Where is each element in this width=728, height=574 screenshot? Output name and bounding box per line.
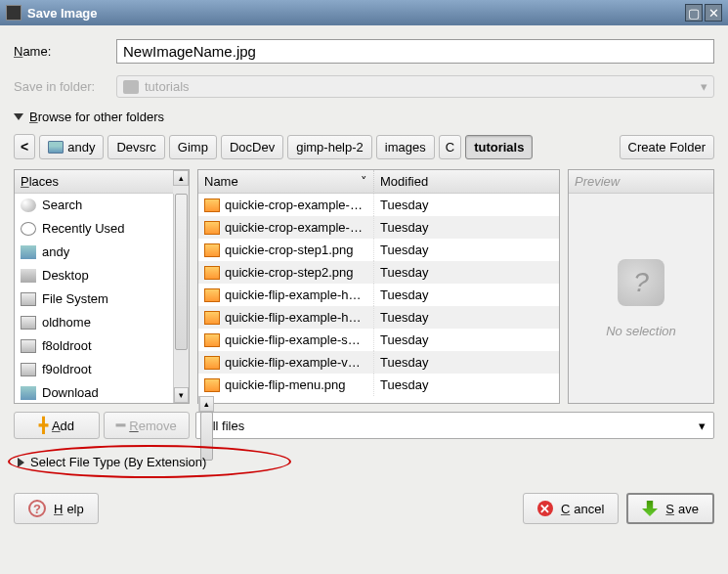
places-item[interactable]: Desktop — [15, 264, 173, 287]
name-label: Name: — [14, 44, 116, 59]
place-icon — [21, 386, 36, 400]
places-item[interactable]: f8oldroot — [15, 334, 173, 358]
app-icon — [6, 5, 21, 21]
places-item[interactable]: oldhome — [15, 311, 173, 334]
preview-panel: Preview ? No selection — [568, 169, 714, 404]
file-row[interactable]: quickie-flip-example-h…Tuesday — [198, 306, 559, 329]
places-scrollbar-track[interactable]: ▾ — [173, 194, 189, 403]
file-row[interactable]: quickie-crop-example-…Tuesday — [198, 216, 559, 239]
file-filter-dropdown[interactable]: All files ▾ — [195, 412, 714, 439]
place-icon — [21, 292, 36, 306]
path-back-button[interactable]: < — [14, 134, 35, 159]
create-folder-button[interactable]: Create Folder — [620, 135, 714, 159]
place-icon — [21, 269, 36, 283]
places-item[interactable]: andy — [15, 241, 173, 264]
file-row[interactable]: quickie-crop-step2.pngTuesday — [198, 261, 559, 284]
places-panel: Places ▴ SearchRecently UsedandyDesktopF… — [14, 169, 190, 404]
browse-toggle[interactable]: Browse for other folders — [14, 110, 714, 124]
image-file-icon — [204, 288, 220, 302]
minus-icon: ━ — [116, 417, 125, 434]
remove-bookmark-button: ━Remove — [104, 412, 190, 439]
preview-text: No selection — [606, 324, 676, 338]
preview-header: Preview — [569, 170, 713, 194]
help-icon: ? — [28, 500, 46, 517]
file-row[interactable]: quickie-flip-example-h…Tuesday — [198, 284, 559, 306]
file-list-panel: Name˅ Modified quickie-crop-example-…Tue… — [197, 169, 560, 404]
place-icon — [21, 199, 36, 212]
path-segment-c[interactable]: C — [439, 135, 461, 159]
help-button[interactable]: ?Help — [14, 493, 99, 524]
file-row[interactable]: quickie-flip-example-v…Tuesday — [198, 351, 559, 374]
file-row[interactable]: quickie-flip-example-s…Tuesday — [198, 329, 559, 351]
image-file-icon — [204, 378, 220, 392]
image-file-icon — [204, 333, 220, 347]
modified-column-header[interactable]: Modified — [374, 170, 559, 194]
place-icon — [21, 222, 36, 236]
window-title: Save Image — [27, 6, 683, 21]
save-icon — [642, 501, 658, 516]
preview-placeholder-icon: ? — [618, 259, 664, 306]
triangle-right-icon — [18, 458, 24, 467]
place-icon — [21, 363, 36, 376]
path-bar: < andy Devsrc Gimp DocDev gimp-help-2 im… — [14, 134, 714, 159]
folder-icon — [48, 141, 64, 154]
path-segment-tutorials[interactable]: tutorials — [465, 135, 533, 159]
image-file-icon — [204, 221, 220, 235]
triangle-down-icon — [14, 113, 23, 120]
places-item[interactable]: Search — [15, 194, 173, 217]
file-row[interactable]: quickie-flip-menu.pngTuesday — [198, 374, 559, 396]
places-item[interactable]: f9oldroot — [15, 358, 173, 381]
cancel-icon: ✕ — [537, 501, 553, 516]
image-file-icon — [204, 243, 220, 257]
save-in-folder-label: Save in folder: — [14, 79, 116, 94]
path-segment-gimp[interactable]: Gimp — [169, 135, 217, 159]
places-item[interactable]: Recently Used — [15, 217, 173, 241]
filelist-scrollbar[interactable]: ▴▾ — [198, 396, 214, 427]
cancel-button[interactable]: ✕Cancel — [523, 493, 619, 524]
places-header[interactable]: Places — [15, 170, 173, 194]
image-file-icon — [204, 311, 220, 325]
file-row[interactable]: quickie-crop-step1.pngTuesday — [198, 239, 559, 261]
name-column-header[interactable]: Name˅ — [198, 170, 374, 194]
maximize-button[interactable]: ▢ — [685, 4, 703, 22]
save-button[interactable]: Save — [626, 493, 714, 524]
file-row[interactable]: quickie-crop-example-…Tuesday — [198, 194, 559, 216]
places-item[interactable]: Download — [15, 381, 173, 403]
image-file-icon — [204, 266, 220, 280]
folder-icon — [123, 80, 139, 94]
titlebar: Save Image ▢ ✕ — [0, 0, 728, 25]
chevron-down-icon: ▾ — [701, 79, 707, 94]
path-segment-andy[interactable]: andy — [39, 135, 104, 159]
path-segment-images[interactable]: images — [376, 135, 435, 159]
place-icon — [21, 316, 36, 330]
sort-indicator-icon: ˅ — [361, 174, 367, 189]
path-segment-gimp-help-2[interactable]: gimp-help-2 — [287, 135, 372, 159]
select-file-type-toggle[interactable]: Select File Type (By Extension) — [14, 453, 210, 471]
chevron-down-icon: ▾ — [699, 419, 706, 433]
plus-icon: ╋ — [39, 417, 48, 434]
places-item[interactable]: File System — [15, 287, 173, 311]
filename-input[interactable] — [116, 39, 714, 64]
save-in-folder-dropdown: tutorials ▾ — [116, 75, 714, 98]
path-segment-devsrc[interactable]: Devsrc — [107, 135, 164, 159]
image-file-icon — [204, 356, 220, 370]
place-icon — [21, 245, 36, 259]
add-bookmark-button[interactable]: ╋Add — [14, 412, 100, 439]
place-icon — [21, 339, 36, 353]
close-button[interactable]: ✕ — [705, 4, 722, 22]
image-file-icon — [204, 199, 220, 212]
path-segment-docdev[interactable]: DocDev — [221, 135, 283, 159]
places-scrollbar[interactable]: ▴ — [173, 170, 189, 194]
